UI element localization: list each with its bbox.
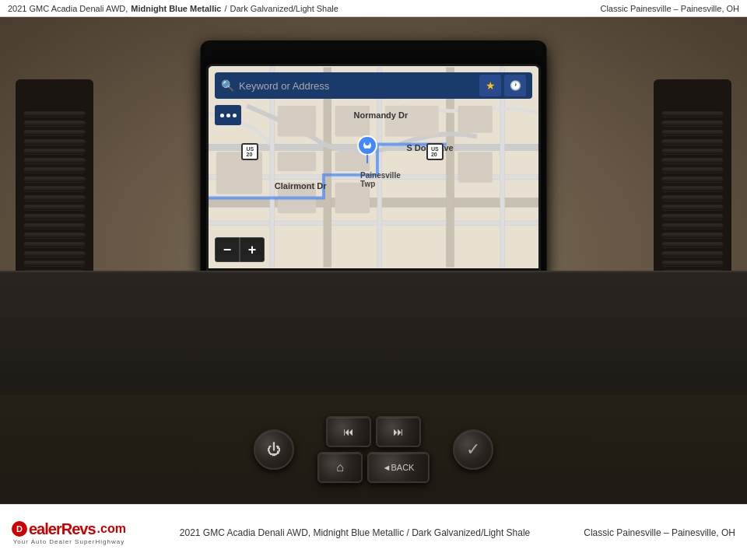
- car-title: 2021 GMC Acadia Denali AWD,: [8, 4, 128, 13]
- logo-icon: D: [12, 521, 27, 537]
- search-icon: 🔍: [221, 79, 234, 92]
- dealer-location: Painesville, OH: [681, 4, 739, 13]
- controls-area: ⏻ ⏮ ⏭ ⌂ ◄BACK: [0, 395, 747, 504]
- search-bar[interactable]: 🔍 Keyword or Address ★ 🕐: [215, 72, 532, 99]
- city-label-painesville: PainesvilleTwp: [360, 171, 401, 188]
- zoom-in-button[interactable]: +: [240, 237, 265, 262]
- dealer-name: Classic Painesville: [600, 4, 671, 13]
- map-area: 🔍 Keyword or Address ★ 🕐 Normandy Dr S D…: [209, 66, 538, 268]
- dashboard: ⏻ ⏮ ⏭ ⌂ ◄BACK: [0, 271, 747, 504]
- bottom-car-info: 2021 GMC Acadia Denali AWD, Midnight Blu…: [180, 527, 530, 538]
- road-label-clairmont: Clairmont Dr: [275, 181, 327, 191]
- confirm-button[interactable]: ✓: [453, 429, 493, 470]
- next-track-button[interactable]: ⏭: [376, 416, 421, 447]
- bottom-bar: D ealerRevs .com Your Auto Dealer SuperH…: [0, 504, 747, 560]
- svg-rect-15: [458, 106, 492, 133]
- zoom-out-button[interactable]: −: [215, 237, 240, 262]
- bottom-dealer-info: Classic Painesville – Painesville, OH: [584, 527, 735, 538]
- car-interior: Dark Galvanized/Light Shale: [230, 4, 338, 13]
- separator: /: [224, 4, 226, 13]
- svg-rect-4: [209, 221, 538, 226]
- back-media-button[interactable]: ◄BACK: [367, 452, 430, 483]
- zoom-controls: − +: [215, 237, 265, 262]
- car-color: Midnight Blue Metallic: [131, 4, 221, 13]
- favorites-button[interactable]: ★: [479, 75, 501, 96]
- infotainment-screen: 🔍 Keyword or Address ★ 🕐 Normandy Dr S D…: [206, 64, 541, 305]
- map-options-button[interactable]: [215, 105, 241, 125]
- logo-text: ealerRevs: [29, 520, 96, 538]
- nav-pin: [356, 135, 379, 166]
- logo-tagline: Your Auto Dealer SuperHighway: [13, 538, 124, 545]
- logo-domain: .com: [97, 522, 126, 536]
- dealer-logo: D ealerRevs .com Your Auto Dealer SuperH…: [12, 520, 126, 545]
- previous-track-button[interactable]: ⏮: [326, 416, 371, 447]
- media-controls-cluster: ⏮ ⏭ ⌂ ◄BACK: [317, 416, 430, 483]
- svg-rect-18: [458, 152, 492, 182]
- svg-rect-10: [278, 106, 316, 136]
- road-label-normandy: Normandy Dr: [354, 110, 409, 120]
- photo-area: 🔍 Keyword or Address ★ 🕐 Normandy Dr S D…: [0, 17, 747, 504]
- recent-button[interactable]: 🕐: [504, 75, 526, 96]
- route-shield-left: US20: [241, 143, 258, 160]
- search-placeholder: Keyword or Address: [239, 80, 476, 92]
- route-shield-right: US20: [426, 143, 444, 160]
- power-button[interactable]: ⏻: [254, 429, 294, 470]
- svg-point-22: [365, 141, 370, 145]
- top-bar: 2021 GMC Acadia Denali AWD, Midnight Blu…: [0, 0, 747, 17]
- home-button[interactable]: ⌂: [317, 452, 363, 483]
- svg-rect-11: [278, 152, 316, 171]
